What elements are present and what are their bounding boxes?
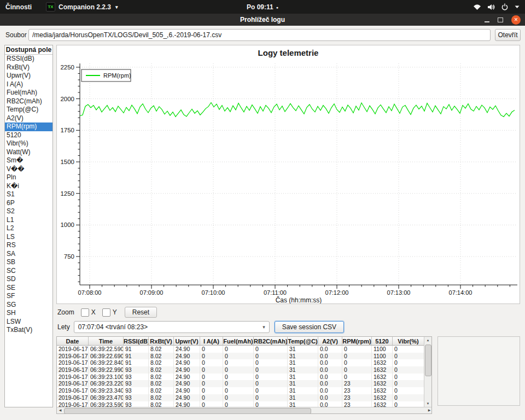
field-item-Sm�[interactable]: Sm� (5, 156, 52, 165)
field-item-L1[interactable]: L1 (5, 216, 52, 225)
file-path-input[interactable] (28, 29, 491, 41)
table-cell: 0 (200, 374, 223, 381)
column-header-Time[interactable]: Time (89, 337, 124, 346)
table-row[interactable]: 2019-06-1706:39:23.340938.0224.90000310.… (57, 387, 424, 394)
table-cell: 0 (393, 353, 424, 360)
vertical-scrollbar-thumb[interactable] (425, 345, 431, 376)
close-icon[interactable]: × (511, 15, 521, 25)
column-header-RSSI(dB)[interactable]: RSSI(dB) (124, 337, 149, 346)
table-body: 2019-06-1706:39:22.590918.0224.90000310.… (57, 346, 424, 407)
table-cell: 0.0 (318, 359, 342, 366)
field-item-LSW[interactable]: LSW (5, 318, 52, 326)
field-item-RS[interactable]: RS (5, 241, 52, 250)
scroll-down-icon[interactable]: ▼ (424, 400, 431, 407)
flight-select[interactable]: 07:07:04 <trvání 08:23> ▾ (74, 321, 270, 333)
field-item-SB[interactable]: SB (5, 258, 52, 267)
column-header-Fuel(mAh)[interactable]: Fuel(mAh) (223, 337, 254, 346)
scroll-right-icon[interactable]: ▶ (426, 407, 432, 413)
horizontal-scrollbar[interactable]: ◀ ▶ (57, 407, 432, 413)
field-item-SE[interactable]: SE (5, 284, 52, 293)
table-row[interactable]: 2019-06-1706:39:22.590918.0224.90000310.… (57, 346, 424, 353)
column-header-RB2C(mAh)[interactable]: RB2C(mAh) (254, 337, 288, 346)
column-header-Temp(@C)[interactable]: Temp(@C) (288, 337, 318, 346)
field-item-V��[interactable]: V�� (5, 165, 52, 174)
column-header-Vibr(%)[interactable]: Vibr(%) (393, 337, 424, 346)
zoom-y-label: Y (113, 308, 117, 316)
table-cell: 24.90 (174, 387, 200, 394)
table-cell: 1100 (372, 353, 393, 360)
column-header-Upwr(V)[interactable]: Upwr(V) (174, 337, 200, 346)
table-cell: 2019-06-17 (57, 401, 89, 407)
table-cell: 8.02 (149, 359, 174, 366)
table-cell: 31 (288, 353, 318, 360)
table-cell: 0.0 (318, 374, 342, 381)
maximize-icon[interactable] (498, 18, 503, 22)
field-item-6P[interactable]: 6P (5, 199, 52, 208)
column-header-I A(A)[interactable]: I A(A) (200, 337, 223, 346)
system-status-area[interactable] (473, 0, 520, 14)
table-row[interactable]: 2019-06-1706:39:22.690918.0224.90000310.… (57, 353, 424, 360)
field-item-K�i[interactable]: K�i (5, 182, 52, 191)
table-row[interactable]: 2019-06-1706:39:23.100938.0224.90000310.… (57, 374, 424, 381)
field-item-A2(V)[interactable]: A2(V) (5, 114, 52, 123)
field-item-SF[interactable]: SF (5, 292, 52, 301)
field-item-RSSI(dB)[interactable]: RSSI(dB) (5, 55, 52, 63)
field-item-Pln[interactable]: Pln (5, 173, 52, 182)
column-header-RPM(rpm)[interactable]: RPM(rpm) (342, 337, 372, 346)
save-session-csv-button[interactable]: Save session CSV (275, 321, 344, 333)
field-item-Upwr(V)[interactable]: Upwr(V) (5, 72, 52, 80)
field-item-LS[interactable]: LS (5, 233, 52, 242)
app-menu[interactable]: TX Companion 2.2.3 ▾ (46, 2, 118, 11)
table-row[interactable]: 2019-06-1706:39:23.590938.0224.90000310.… (57, 401, 424, 407)
table-row[interactable]: 2019-06-1706:39:23.470938.0224.90000310.… (57, 394, 424, 401)
field-item-L2[interactable]: L2 (5, 224, 52, 233)
field-item-TxBat(V)[interactable]: TxBat(V) (5, 326, 52, 335)
column-header-5120[interactable]: 5120 (372, 337, 393, 346)
field-item-SA[interactable]: SA (5, 250, 52, 259)
field-item-Vibr(%)[interactable]: Vibr(%) (5, 139, 52, 148)
field-item-RxBt(V)[interactable]: RxBt(V) (5, 63, 52, 72)
clock[interactable]: Po 09:11● (247, 3, 278, 11)
field-item-RB2C(mAh)[interactable]: RB2C(mAh) (5, 97, 52, 106)
open-button[interactable]: Otevřít (495, 29, 521, 41)
scroll-up-icon[interactable]: ▲ (424, 337, 431, 343)
activities-menu[interactable]: Činnosti (5, 3, 32, 11)
column-header-Date[interactable]: Date (57, 337, 89, 346)
field-item-RPM(rpm)[interactable]: RPM(rpm) (5, 122, 52, 131)
vertical-scrollbar[interactable]: ▲ ▼ (424, 337, 431, 407)
table-row[interactable]: 2019-06-1706:39:23.220938.0224.90000310.… (57, 380, 424, 387)
window-title-bar[interactable]: Prohlížeč logu × (0, 14, 525, 26)
minimize-icon[interactable] (485, 21, 489, 22)
field-item-Fuel(mAh)[interactable]: Fuel(mAh) (5, 89, 52, 97)
svg-text:07:10:00: 07:10:00 (202, 289, 225, 296)
table-cell: 0 (393, 401, 424, 407)
zoom-controls: Zoom X Y Reset (57, 307, 157, 318)
telemetry-chart[interactable]: 75010001250150017502000225007:08:0007:09… (57, 45, 520, 304)
field-item-Watt(W)[interactable]: Watt(W) (5, 148, 52, 157)
zoom-y-checkbox[interactable] (102, 308, 110, 317)
scroll-left-icon[interactable]: ◀ (57, 407, 63, 413)
file-label: Soubor (5, 31, 27, 39)
field-item-SH[interactable]: SH (5, 309, 52, 318)
table-row[interactable]: 2019-06-1706:39:22.990938.0224.90000310.… (57, 366, 424, 374)
field-item-Temp(@C)[interactable]: Temp(@C) (5, 106, 52, 114)
field-item-5120[interactable]: 5120 (5, 131, 52, 140)
file-row: Soubor Otevřít (0, 29, 525, 42)
column-header-A2(V)[interactable]: A2(V) (318, 337, 342, 346)
field-item-SC[interactable]: SC (5, 267, 52, 276)
column-header-RxBt(V)[interactable]: RxBt(V) (149, 337, 174, 346)
horizontal-scrollbar-thumb[interactable] (64, 408, 311, 414)
zoom-x-checkbox[interactable] (81, 308, 89, 317)
reset-button[interactable]: Reset (125, 307, 157, 318)
svg-text:07:08:00: 07:08:00 (78, 289, 102, 296)
field-item-S2[interactable]: S2 (5, 207, 52, 216)
table-cell: 0 (200, 366, 223, 374)
table-cell: 93 (124, 394, 149, 401)
table-row[interactable]: 2019-06-1706:39:22.840918.0224.90000310.… (57, 359, 424, 366)
table-cell: 23 (342, 394, 372, 401)
chevron-down-icon (515, 5, 520, 9)
field-item-I A(A)[interactable]: I A(A) (5, 80, 52, 89)
field-item-SG[interactable]: SG (5, 301, 52, 310)
field-item-S1[interactable]: S1 (5, 190, 52, 199)
field-item-SD[interactable]: SD (5, 275, 52, 284)
